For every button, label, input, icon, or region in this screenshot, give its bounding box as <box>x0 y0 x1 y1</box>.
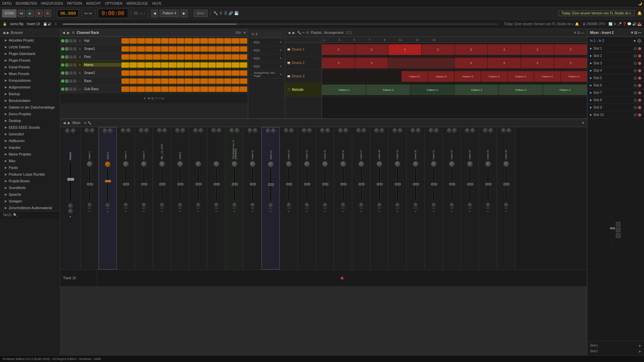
step-p-6[interactable] <box>161 54 169 60</box>
ch-level-knob-17[interactable] <box>395 161 400 167</box>
master-label[interactable]: Master <box>69 134 72 161</box>
slot2-led-2[interactable] <box>638 54 641 58</box>
step-sb-3[interactable] <box>137 86 145 92</box>
ch-pan-knob-20[interactable] <box>450 203 454 207</box>
ch-send-knob-22-1[interactable] <box>483 128 488 133</box>
ch-send-knob-15-1[interactable] <box>356 128 361 133</box>
ch-send-knob-18-2[interactable] <box>416 128 421 133</box>
playlist-track-drums2[interactable]: 🥁 Drums 2 <box>285 56 322 70</box>
ch-name-hat[interactable]: Hat <box>83 39 121 43</box>
ch-fader-handle-16[interactable] <box>377 183 383 185</box>
slot9-led-1[interactable] <box>634 106 637 109</box>
ch-fader-handle-3[interactable] <box>141 183 147 185</box>
step-s1-4[interactable] <box>145 46 153 52</box>
step-b-9[interactable] <box>184 78 192 84</box>
ch-stereo-btn-5[interactable] <box>178 207 182 209</box>
ch-fader-handle-4[interactable] <box>159 183 165 185</box>
ch-insert-label-19[interactable]: Insert 21 <box>432 134 435 161</box>
ch-send-knob-8-2[interactable] <box>235 128 239 133</box>
ch-insert-label-14[interactable]: Insert 16 <box>342 134 344 161</box>
ch-send-knob-12-2[interactable] <box>307 128 312 133</box>
melodie-pattern-5[interactable]: Pattern 3 <box>499 84 543 95</box>
ch-fader-handle-17[interactable] <box>395 183 401 185</box>
step-p-4[interactable] <box>145 54 153 60</box>
insert-fader-1[interactable] <box>611 217 613 243</box>
ch-fader-track-10[interactable] <box>270 168 272 202</box>
ch-insert-label-2[interactable]: Insert 3 <box>124 134 127 161</box>
ch-insert-label-11[interactable]: Insert 13 <box>287 134 290 161</box>
drums3-pattern-3[interactable]: Pattern 5 <box>454 71 481 82</box>
ch-level-knob-14[interactable] <box>340 161 346 167</box>
slot5-led-1[interactable] <box>634 76 637 80</box>
step-sb-11[interactable] <box>200 86 208 92</box>
step-p-13[interactable] <box>216 54 224 60</box>
drums1-pattern-4[interactable]: 3 <box>422 44 454 55</box>
ch-insert-label-5[interactable]: snare1 <box>179 134 181 161</box>
ch-level-knob-20[interactable] <box>449 161 454 167</box>
ch-level-knob-13[interactable] <box>322 161 328 167</box>
insert-meter-btn-3[interactable] <box>616 233 621 238</box>
ch-send-knob-4-2[interactable] <box>162 128 167 133</box>
sidebar-item-11[interactable]: ▶Demo-Projekte <box>0 111 60 117</box>
ch-level-knob-11[interactable] <box>286 161 291 167</box>
drums1-pattern-8[interactable]: 3 <box>554 44 587 55</box>
eq-item-3[interactable]: ~ EQ3 ▶ <box>250 54 283 62</box>
master-knob-1[interactable] <box>65 128 70 133</box>
ch-send-knob-1-2[interactable] <box>108 128 113 133</box>
ch-mute-horns[interactable] <box>65 63 68 67</box>
step-s2-4[interactable] <box>145 70 153 76</box>
ch-fader-handle-0[interactable] <box>87 183 93 185</box>
ch-level-knob-9[interactable] <box>250 161 255 167</box>
ch-fader-handle-19[interactable] <box>431 183 437 185</box>
slot1-led-1[interactable] <box>634 47 637 50</box>
ch-mute-perc[interactable] <box>65 55 68 59</box>
slot2-led-1[interactable] <box>634 54 637 58</box>
step-s2-13[interactable] <box>216 70 224 76</box>
ch-fader-track-6[interactable] <box>197 168 199 201</box>
slot9-led-2[interactable] <box>638 106 641 109</box>
slot8-led-2[interactable] <box>638 99 641 102</box>
sidebar-item-5[interactable]: ▶Mixer-Presets <box>0 70 60 77</box>
ch-fader-track-7[interactable] <box>215 168 217 201</box>
ch-level-knob-7[interactable] <box>214 161 219 167</box>
ch-fader-handle-8[interactable] <box>232 183 238 185</box>
channel-rack-filter[interactable]: Alle <box>235 31 241 35</box>
ch-fader-handle-6[interactable] <box>196 183 202 185</box>
ch-send-knob-6-2[interactable] <box>199 128 203 133</box>
ch-stereo-btn-6[interactable] <box>196 207 200 209</box>
step-hat-9[interactable] <box>184 38 192 44</box>
insert-slot-9[interactable]: ▶ Slot 9 <box>587 104 644 111</box>
step-h-16[interactable] <box>240 62 248 68</box>
playlist-track-drums1[interactable]: 🥁 Drums 1 <box>285 43 322 56</box>
mixer-close[interactable]: ✕ <box>582 121 584 125</box>
ch-level-knob-16[interactable] <box>377 161 382 167</box>
step-s1-5[interactable] <box>153 46 161 52</box>
drums1-pattern-2[interactable]: 3 <box>355 44 388 55</box>
step-p-16[interactable] <box>240 54 248 60</box>
step-b-11[interactable] <box>200 78 208 84</box>
ch-send-knob-10-2[interactable] <box>271 128 276 133</box>
ch-fader-handle-20[interactable] <box>449 183 455 185</box>
ch-solo-subbass[interactable] <box>69 87 72 91</box>
step-b-15[interactable] <box>232 78 239 84</box>
ch-insert-label-0[interactable]: Insert 1 <box>88 134 91 161</box>
step-h-11[interactable] <box>200 62 208 68</box>
step-hat-16[interactable] <box>240 38 248 44</box>
step-hat-15[interactable] <box>232 38 239 44</box>
ch-fader-track-13[interactable] <box>324 168 326 201</box>
step-s2-11[interactable] <box>200 70 208 76</box>
ch-extra-perc[interactable] <box>73 55 76 59</box>
ch-send-knob-2-1[interactable] <box>121 128 125 133</box>
ch-solo-hat[interactable] <box>69 39 72 43</box>
master-knob-2[interactable] <box>71 128 75 133</box>
step-sb-9[interactable] <box>184 86 192 92</box>
ch-pan-knob-22[interactable] <box>486 203 490 207</box>
step-sb-2[interactable] <box>129 86 137 92</box>
step-s1-8[interactable] <box>177 46 184 52</box>
ch-send-knob-11-2[interactable] <box>289 128 294 133</box>
step-sb-6[interactable] <box>161 86 169 92</box>
ch-insert-label-17[interactable]: Insert 19 <box>396 134 398 161</box>
ch-stereo-btn-11[interactable] <box>287 207 291 209</box>
ch-insert-label-18[interactable]: Insert 20 <box>414 134 417 161</box>
sidebar-nav-back[interactable]: ◀ <box>3 31 5 35</box>
